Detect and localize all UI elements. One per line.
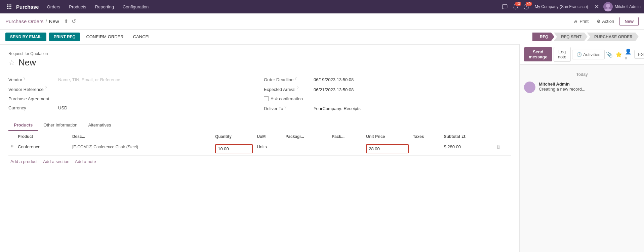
th-product: Product <box>16 131 70 142</box>
confirm-order-button[interactable]: CONFIRM ORDER <box>83 32 127 41</box>
quantity-highlight-box[interactable]: 10.00 <box>215 144 253 153</box>
svg-rect-7 <box>9 8 10 9</box>
nav-products[interactable]: Products <box>65 2 90 11</box>
table-row: ⠿ Conference [E-COM12] Conference Chair … <box>8 142 511 156</box>
add-section-link[interactable]: Add a section <box>43 159 70 164</box>
expected-arrival-value[interactable]: 06/21/2023 13:50:08 <box>314 87 511 92</box>
svg-rect-0 <box>7 4 8 5</box>
main-layout: Request for Quotation ☆ New Vendor ? Nam… <box>0 44 644 252</box>
vendor-reference-label: Vendor Reference ? <box>8 86 55 92</box>
nav-configuration[interactable]: Configuration <box>119 2 153 11</box>
refresh-icon[interactable]: ↺ <box>72 18 76 24</box>
chatter-message-author: Mitchell Admin <box>539 82 640 87</box>
vendor-help[interactable]: ? <box>24 77 26 80</box>
currency-label: Currency <box>8 105 55 110</box>
expected-arrival-label: Expected Arrival ? <box>264 86 311 92</box>
vendor-value[interactable]: Name, TIN, Email, or Reference <box>58 77 256 82</box>
delete-row-icon[interactable]: 🗑 <box>496 144 500 149</box>
close-icon[interactable]: ✕ <box>592 3 601 10</box>
breadcrumb-separator: / <box>45 18 47 24</box>
order-deadline-label: Order Deadline ? <box>264 77 311 82</box>
status-step-purchase-order[interactable]: PURCHASE ORDER <box>587 33 639 41</box>
username: Mitchell Admin <box>615 4 641 9</box>
log-note-button[interactable]: Log note <box>554 47 571 62</box>
print-button[interactable]: 🖨 Print <box>571 17 591 25</box>
form-subtitle: Request for Quotation <box>8 51 511 56</box>
toolbar-actions: 🖨 Print ⚙ Action New <box>571 17 639 26</box>
th-uom: UoM <box>255 131 283 142</box>
deliver-to-help[interactable]: ? <box>284 105 286 109</box>
discuss-icon[interactable] <box>500 2 509 11</box>
action-button[interactable]: ⚙ Action <box>594 17 617 25</box>
order-deadline-value[interactable]: 06/19/2023 13:50:08 <box>314 77 511 82</box>
notifications-badge: 13 <box>515 2 521 6</box>
form-panel: Request for Quotation ☆ New Vendor ? Nam… <box>0 44 520 252</box>
status-rfq[interactable]: RFQ <box>532 33 554 41</box>
svg-point-11 <box>605 8 611 11</box>
th-unit-price: Unit Price <box>364 131 411 142</box>
row-pack2[interactable] <box>330 142 364 156</box>
row-subtotal: $ 280.00 <box>442 142 494 156</box>
star-chatter-icon[interactable]: ⭐ <box>615 51 622 58</box>
tab-alternatives[interactable]: Alternatives <box>83 120 117 131</box>
svg-point-12 <box>527 84 532 88</box>
chatter-avatar <box>524 82 535 93</box>
form-fields-grid: Vendor ? Name, TIN, Email, or Reference … <box>8 74 511 113</box>
tab-other-information[interactable]: Other Information <box>38 120 83 131</box>
printer-icon: 🖨 <box>574 19 578 24</box>
apps-menu-button[interactable] <box>3 4 15 10</box>
row-quantity[interactable]: 10.00 <box>213 142 255 156</box>
subtotal-settings-icon[interactable]: ⇄ <box>461 134 466 139</box>
follow-button[interactable]: Follow <box>634 50 644 59</box>
tab-products[interactable]: Products <box>8 120 38 131</box>
add-note-link[interactable]: Add a note <box>75 159 96 164</box>
avatar[interactable] <box>603 2 613 11</box>
currency-value[interactable]: USD <box>58 105 256 110</box>
activities-icon[interactable]: 40 <box>522 2 531 11</box>
unit-price-highlight-box[interactable]: 28.00 <box>366 144 409 153</box>
row-taxes[interactable] <box>411 142 442 156</box>
nav-orders[interactable]: Orders <box>43 2 65 11</box>
ask-confirmation-checkbox[interactable] <box>264 96 269 101</box>
app-brand[interactable]: Purchase <box>15 4 43 10</box>
row-packaging[interactable] <box>283 142 330 156</box>
status-step-rfq-sent[interactable]: RFQ SENT <box>554 33 588 41</box>
th-packaging: Packagi... <box>283 131 330 142</box>
row-unit-price[interactable]: 28.00 <box>364 142 411 156</box>
row-uom[interactable]: Units <box>255 142 283 156</box>
notifications-icon[interactable]: 13 <box>511 2 520 11</box>
row-delete[interactable]: 🗑 <box>494 142 511 156</box>
deliver-to-value[interactable]: YourCompany: Receipts <box>314 106 511 111</box>
person-icon[interactable]: 👤0 <box>625 48 632 61</box>
breadcrumb-parent[interactable]: Purchase Orders <box>5 18 43 24</box>
vendor-ref-help[interactable]: ? <box>45 86 47 90</box>
attachment-icon[interactable]: 📎 <box>606 51 613 58</box>
svg-rect-1 <box>9 4 10 5</box>
cancel-button[interactable]: CANCEL <box>130 32 154 41</box>
add-product-link[interactable]: Add a product <box>10 159 38 164</box>
th-description: Desc... <box>70 131 213 142</box>
favorite-star-icon[interactable]: ☆ <box>8 58 15 67</box>
row-drag-handle[interactable]: ⠿ <box>8 142 16 156</box>
row-description[interactable]: [E-COM12] Conference Chair (Steel) <box>70 142 213 156</box>
expected-arrival-help[interactable]: ? <box>297 86 299 90</box>
chatter-content: Today Mitchell Admin Creating a new reco… <box>520 65 644 252</box>
top-nav-right: 13 40 My Company (San Francisco) ✕ Mitch… <box>500 2 641 11</box>
send-message-button[interactable]: Send message <box>524 47 552 61</box>
nav-reporting[interactable]: Reporting <box>91 2 118 11</box>
activities-button[interactable]: 🕐 Activities <box>572 50 605 59</box>
status-step-rfq[interactable]: RFQ <box>532 33 554 41</box>
send-by-email-button[interactable]: SEND BY EMAIL <box>5 33 46 41</box>
upload-icon[interactable]: ⬆ <box>64 18 68 24</box>
order-deadline-help[interactable]: ? <box>295 77 297 80</box>
order-deadline-field: Order Deadline ? 06/19/2023 13:50:08 <box>264 74 511 84</box>
print-rfq-button[interactable]: PRINT RFQ <box>49 33 80 41</box>
new-button[interactable]: New <box>619 17 639 26</box>
form-title-row: ☆ New <box>8 57 511 68</box>
svg-rect-4 <box>9 6 10 7</box>
svg-point-10 <box>606 4 610 8</box>
row-product[interactable]: Conference <box>16 142 70 156</box>
status-purchase-order[interactable]: PURCHASE ORDER <box>587 33 639 41</box>
th-pack2: Pack... <box>330 131 364 142</box>
status-rfq-sent[interactable]: RFQ SENT <box>554 33 588 41</box>
